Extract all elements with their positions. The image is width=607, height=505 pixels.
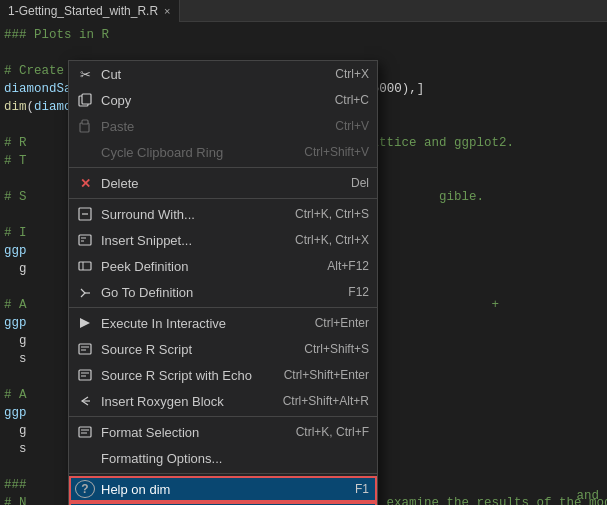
menu-label-delete: Delete — [101, 176, 331, 191]
menu-item-format[interactable]: Format Selection Ctrl+K, Ctrl+F — [69, 419, 377, 445]
svg-rect-3 — [82, 120, 88, 124]
menu-item-execute[interactable]: Execute In Interactive Ctrl+Enter — [69, 310, 377, 336]
menu-label-cut: Cut — [101, 67, 315, 82]
menu-separator-2 — [69, 198, 377, 199]
menu-label-paste: Paste — [101, 119, 315, 134]
menu-item-surround[interactable]: Surround With... Ctrl+K, Ctrl+S — [69, 201, 377, 227]
context-menu: ✂ Cut Ctrl+X Copy Ctrl+C Paste — [68, 60, 378, 505]
menu-label-format: Format Selection — [101, 425, 276, 440]
surround-icon — [75, 204, 95, 224]
menu-shortcut-cut: Ctrl+X — [315, 67, 369, 81]
menu-label-surround: Surround With... — [101, 207, 275, 222]
snippet-icon — [75, 230, 95, 250]
menu-item-cycle[interactable]: Cycle Clipboard Ring Ctrl+Shift+V — [69, 139, 377, 165]
menu-label-goto-def: Go To Definition — [101, 285, 328, 300]
menu-item-roxygen[interactable]: Insert Roxygen Block Ctrl+Shift+Alt+R — [69, 388, 377, 414]
bottom-text: and — [576, 489, 599, 503]
paste-icon — [75, 116, 95, 136]
menu-shortcut-paste: Ctrl+V — [315, 119, 369, 133]
menu-shortcut-insert-snippet: Ctrl+K, Ctrl+X — [275, 233, 369, 247]
menu-item-goto-def[interactable]: Go To Definition F12 — [69, 279, 377, 305]
tab-bar: 1-Getting_Started_with_R.R × — [0, 0, 607, 22]
menu-shortcut-copy: Ctrl+C — [315, 93, 369, 107]
peek-icon — [75, 256, 95, 276]
menu-separator-5 — [69, 473, 377, 474]
svg-rect-16 — [79, 370, 91, 380]
tab-label: 1-Getting_Started_with_R.R — [8, 4, 158, 18]
source-echo-icon — [75, 365, 95, 385]
menu-shortcut-source: Ctrl+Shift+S — [284, 342, 369, 356]
menu-label-roxygen: Insert Roxygen Block — [101, 394, 263, 409]
code-text: ### Plots in R — [0, 26, 603, 44]
roxygen-icon — [75, 391, 95, 411]
format-icon — [75, 422, 95, 442]
menu-separator-3 — [69, 307, 377, 308]
menu-label-source-echo: Source R Script with Echo — [101, 368, 264, 383]
menu-label-peek-def: Peek Definition — [101, 259, 307, 274]
menu-item-insert-snippet[interactable]: Insert Snippet... Ctrl+K, Ctrl+X — [69, 227, 377, 253]
menu-shortcut-cycle: Ctrl+Shift+V — [284, 145, 369, 159]
delete-icon: ✕ — [75, 173, 95, 193]
menu-label-help: Help on dim — [101, 482, 335, 497]
cycle-icon — [75, 142, 95, 162]
menu-shortcut-goto-def: F12 — [328, 285, 369, 299]
menu-label-formatting-opts: Formatting Options... — [101, 451, 349, 466]
formatting-opts-icon — [75, 448, 95, 468]
tab-close-button[interactable]: × — [164, 5, 170, 17]
menu-label-execute: Execute In Interactive — [101, 316, 295, 331]
menu-label-copy: Copy — [101, 93, 315, 108]
menu-shortcut-help: F1 — [335, 482, 369, 496]
svg-marker-12 — [80, 318, 90, 328]
svg-rect-9 — [79, 262, 91, 270]
menu-shortcut-peek-def: Alt+F12 — [307, 259, 369, 273]
execute-icon — [75, 313, 95, 333]
svg-rect-13 — [79, 344, 91, 354]
menu-separator-1 — [69, 167, 377, 168]
editor-tab[interactable]: 1-Getting_Started_with_R.R × — [0, 0, 180, 22]
menu-shortcut-source-echo: Ctrl+Shift+Enter — [264, 368, 369, 382]
menu-item-source-echo[interactable]: Source R Script with Echo Ctrl+Shift+Ent… — [69, 362, 377, 388]
goto-icon — [75, 282, 95, 302]
menu-separator-4 — [69, 416, 377, 417]
menu-item-peek-def[interactable]: Peek Definition Alt+F12 — [69, 253, 377, 279]
help-icon: ? — [75, 480, 95, 498]
menu-item-copy[interactable]: Copy Ctrl+C — [69, 87, 377, 113]
menu-shortcut-surround: Ctrl+K, Ctrl+S — [275, 207, 369, 221]
code-line: ### Plots in R — [0, 26, 607, 44]
menu-shortcut-format: Ctrl+K, Ctrl+F — [276, 425, 369, 439]
menu-shortcut-execute: Ctrl+Enter — [295, 316, 369, 330]
editor: 1-Getting_Started_with_R.R × ### Plots i… — [0, 0, 607, 505]
menu-label-cycle: Cycle Clipboard Ring — [101, 145, 284, 160]
menu-label-source: Source R Script — [101, 342, 284, 357]
menu-label-insert-snippet: Insert Snippet... — [101, 233, 275, 248]
source-icon — [75, 339, 95, 359]
copy-icon — [75, 90, 95, 110]
menu-item-help[interactable]: ? Help on dim F1 — [69, 476, 377, 502]
menu-item-paste[interactable]: Paste Ctrl+V — [69, 113, 377, 139]
cut-icon: ✂ — [75, 64, 95, 84]
menu-item-source[interactable]: Source R Script Ctrl+Shift+S — [69, 336, 377, 362]
svg-rect-1 — [82, 94, 91, 104]
menu-shortcut-delete: Del — [331, 176, 369, 190]
menu-item-cut[interactable]: ✂ Cut Ctrl+X — [69, 61, 377, 87]
svg-rect-6 — [79, 235, 91, 245]
menu-shortcut-roxygen: Ctrl+Shift+Alt+R — [263, 394, 369, 408]
menu-item-formatting-opts[interactable]: Formatting Options... — [69, 445, 377, 471]
svg-rect-20 — [79, 427, 91, 437]
menu-item-delete[interactable]: ✕ Delete Del — [69, 170, 377, 196]
